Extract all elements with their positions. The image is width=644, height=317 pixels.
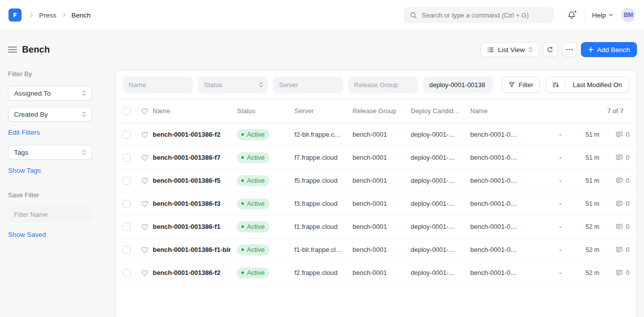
favorite-heart-icon[interactable] bbox=[141, 154, 149, 162]
help-menu[interactable]: Help bbox=[592, 12, 613, 19]
filter-name-input[interactable] bbox=[8, 207, 92, 222]
bench-name[interactable]: bench-0001-001386-f1 bbox=[153, 223, 237, 230]
deploy-candidate-cell: deploy-0001-… bbox=[411, 200, 470, 207]
comment-count: 0 bbox=[626, 200, 629, 207]
bench-name[interactable]: bench-0001-001386-f2 bbox=[153, 131, 237, 138]
column-header-deploy-candidate[interactable]: Deploy Candid... bbox=[411, 107, 470, 115]
comment-icon bbox=[615, 200, 623, 207]
comment-icon bbox=[615, 246, 623, 253]
favorite-heart-icon[interactable] bbox=[141, 177, 149, 185]
favorite-heart-icon[interactable] bbox=[141, 269, 149, 277]
column-header-status[interactable]: Status bbox=[237, 107, 294, 115]
topbar-actions: Help BM bbox=[566, 8, 635, 22]
row-checkbox[interactable] bbox=[123, 223, 131, 231]
bench-name[interactable]: bench-0001-001386-f3 bbox=[153, 200, 237, 207]
table-row[interactable]: bench-0001-001386-f2 Active f2-blr.frapp… bbox=[116, 123, 636, 146]
name2-cell: bench-0001-0… bbox=[470, 246, 541, 253]
sort-field-button[interactable]: Last Modified On bbox=[566, 77, 629, 92]
column-header-server[interactable]: Server bbox=[294, 107, 353, 115]
comment-count: 0 bbox=[626, 154, 629, 161]
bench-name[interactable]: bench-0001-001386-f7 bbox=[153, 154, 237, 161]
view-switcher-button[interactable]: List View bbox=[481, 42, 539, 57]
empty-value-cell: - bbox=[554, 246, 566, 253]
name-filter-input[interactable] bbox=[123, 77, 193, 93]
refresh-button[interactable] bbox=[543, 42, 558, 57]
sort-direction-button[interactable] bbox=[546, 77, 565, 92]
sort-descending-icon bbox=[552, 81, 559, 89]
column-header-release-group[interactable]: Release Group bbox=[353, 107, 411, 115]
row-checkbox[interactable] bbox=[123, 154, 131, 162]
server-cell: f7.frappe.cloud bbox=[294, 154, 353, 161]
deploy-candidate-filter-input[interactable] bbox=[423, 77, 493, 93]
table-row[interactable]: bench-0001-001386-f7 Active f7.frappe.cl… bbox=[116, 146, 636, 169]
favorite-heart-icon[interactable] bbox=[141, 246, 149, 254]
frappe-logo[interactable] bbox=[9, 9, 22, 22]
global-search-input[interactable]: Search or type a command (Ctrl + G) bbox=[404, 7, 554, 23]
bench-name[interactable]: bench-0001-001386-f1-blr bbox=[153, 246, 237, 253]
filter-button-label: Filter bbox=[519, 81, 533, 89]
status-filter-select[interactable] bbox=[198, 77, 268, 93]
favorite-heart-icon[interactable] bbox=[141, 200, 149, 208]
top-bar: Press Bench Search or type a command (Ct… bbox=[0, 0, 644, 31]
comment-icon bbox=[615, 131, 623, 138]
empty-value-cell: - bbox=[554, 223, 566, 230]
status-filter-input[interactable] bbox=[198, 77, 268, 93]
sidebar-toggle-button[interactable] bbox=[8, 45, 17, 54]
row-checkbox[interactable] bbox=[123, 131, 131, 139]
row-checkbox[interactable] bbox=[123, 269, 131, 277]
assigned-to-select[interactable]: Assigned To bbox=[8, 86, 92, 101]
bench-name[interactable]: bench-0001-001386-f5 bbox=[153, 177, 237, 184]
page-header: Bench List View bbox=[8, 42, 637, 57]
created-by-select[interactable]: Created By bbox=[8, 107, 92, 122]
bench-name[interactable]: bench-0001-001386-f2 bbox=[153, 269, 237, 276]
more-options-button[interactable] bbox=[562, 42, 577, 57]
table-row[interactable]: bench-0001-001386-f2 Active f2.frappe.cl… bbox=[116, 261, 636, 284]
row-checkbox[interactable] bbox=[123, 200, 131, 208]
table-row[interactable]: bench-0001-001386-f1-blr Active f1-blr.f… bbox=[116, 238, 636, 261]
search-placeholder: Search or type a command (Ctrl + G) bbox=[422, 12, 529, 19]
column-header-name[interactable]: Name bbox=[153, 107, 237, 115]
row-checkbox[interactable] bbox=[123, 246, 131, 254]
status-badge: Active bbox=[237, 175, 269, 186]
list-filter-toolbar: Filter Last Modified On bbox=[116, 71, 636, 99]
show-saved-link[interactable]: Show Saved bbox=[8, 231, 46, 238]
list-icon bbox=[487, 46, 494, 54]
tags-select[interactable]: Tags bbox=[8, 145, 92, 160]
comment-icon bbox=[615, 269, 623, 276]
server-cell: f1-blr.frappe.cl… bbox=[294, 246, 353, 253]
select-all-checkbox[interactable] bbox=[123, 107, 131, 115]
name2-cell: bench-0001-0… bbox=[470, 177, 541, 184]
server-cell: f5.frappe.cloud bbox=[294, 177, 353, 184]
release-group-filter-input[interactable] bbox=[348, 77, 418, 93]
breadcrumb-item-bench[interactable]: Bench bbox=[72, 12, 91, 19]
release-group-cell: bench-0001 bbox=[353, 200, 411, 207]
filter-button[interactable]: Filter bbox=[502, 77, 540, 93]
breadcrumb-item-press[interactable]: Press bbox=[39, 12, 57, 19]
edit-filters-link[interactable]: Edit Filters bbox=[8, 129, 40, 136]
comment-count: 0 bbox=[626, 246, 629, 253]
add-bench-button[interactable]: Add Bench bbox=[581, 42, 637, 57]
row-checkbox[interactable] bbox=[123, 177, 131, 185]
plus-icon bbox=[588, 47, 594, 53]
table-row[interactable]: bench-0001-001386-f5 Active f5.frappe.cl… bbox=[116, 169, 636, 192]
row-count: 7 of 7 bbox=[607, 107, 629, 115]
favorite-heart-icon[interactable] bbox=[141, 223, 149, 231]
favorite-heart-icon[interactable] bbox=[141, 131, 149, 139]
last-modified-cell: 52 m bbox=[573, 223, 599, 230]
column-header-name2[interactable]: Name bbox=[470, 107, 541, 115]
table-row[interactable]: bench-0001-001386-f1 Active f1.frappe.cl… bbox=[116, 215, 636, 238]
server-filter-input[interactable] bbox=[273, 77, 343, 93]
show-tags-link[interactable]: Show Tags bbox=[8, 167, 41, 174]
tags-label: Tags bbox=[14, 149, 29, 156]
user-avatar[interactable]: BM bbox=[621, 8, 635, 22]
table-header-row: Name Status Server Release Group Deploy … bbox=[116, 99, 636, 123]
help-label: Help bbox=[592, 12, 606, 19]
table-row[interactable]: bench-0001-001386-f3 Active f3.frappe.cl… bbox=[116, 192, 636, 215]
last-modified-cell: 52 m bbox=[573, 246, 599, 253]
server-cell: f3.frappe.cloud bbox=[294, 200, 353, 207]
status-badge: Active bbox=[237, 198, 269, 209]
notifications-button[interactable] bbox=[566, 10, 577, 21]
last-modified-cell: 51 m bbox=[573, 177, 599, 184]
server-cell: f2.frappe.cloud bbox=[294, 269, 353, 276]
breadcrumb: Press Bench bbox=[29, 12, 91, 19]
